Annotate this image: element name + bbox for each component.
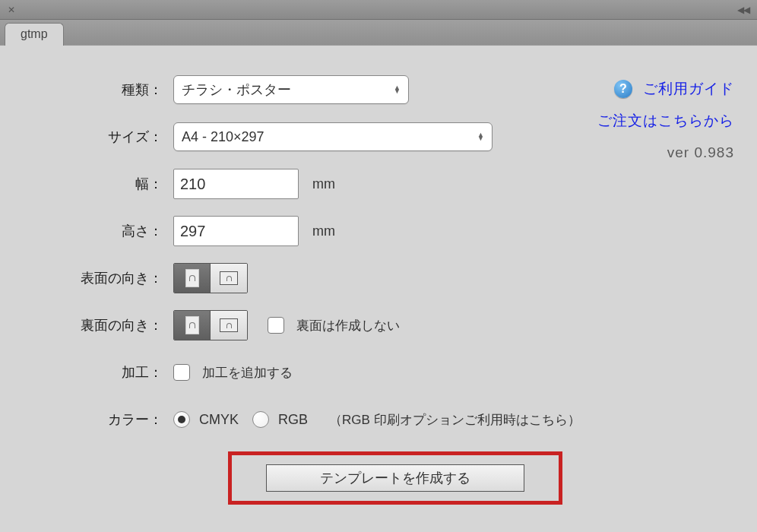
- height-unit: mm: [312, 223, 335, 239]
- create-template-button[interactable]: テンプレートを作成する: [266, 464, 524, 492]
- width-unit: mm: [312, 176, 335, 192]
- landscape-icon: [220, 271, 238, 285]
- back-orientation-group: [173, 310, 248, 340]
- process-label: 加工：: [0, 363, 166, 382]
- create-highlight-frame: テンプレートを作成する: [228, 451, 562, 505]
- front-portrait-button[interactable]: [174, 264, 211, 293]
- color-rgb-radio[interactable]: [252, 411, 269, 428]
- front-orientation-group: [173, 263, 248, 293]
- close-icon[interactable]: ✕: [5, 3, 18, 17]
- add-process-checkbox[interactable]: [173, 364, 190, 381]
- height-label: 高さ：: [0, 222, 166, 240]
- color-cmyk-radio[interactable]: [173, 411, 190, 428]
- color-label: カラー：: [0, 410, 166, 429]
- tab-gtmp[interactable]: gtmp: [5, 23, 64, 46]
- width-input[interactable]: [173, 169, 299, 199]
- help-icon[interactable]: ?: [614, 80, 632, 98]
- portrait-icon: [185, 269, 199, 287]
- help-area: ? ご利用ガイド ご注文はこちらから ver 0.983: [597, 73, 734, 168]
- usage-guide-link[interactable]: ご利用ガイド: [643, 73, 734, 105]
- portrait-icon: [185, 316, 199, 334]
- no-back-label: 裏面は作成しない: [296, 317, 400, 334]
- back-orientation-label: 裏面の向き：: [0, 316, 166, 334]
- back-portrait-button[interactable]: [174, 311, 211, 340]
- chevron-updown-icon: ▲▼: [394, 86, 401, 93]
- order-link[interactable]: ご注文はこちらから: [597, 112, 734, 128]
- type-label: 種類：: [0, 81, 166, 99]
- rgb-note: （RGB 印刷オプションご利用時はこちら）: [329, 411, 581, 429]
- collapse-icon[interactable]: ◀◀: [734, 3, 752, 17]
- size-label: サイズ：: [0, 128, 166, 146]
- type-select[interactable]: チラシ・ポスター ▲▼: [173, 75, 409, 104]
- settings-panel: ? ご利用ガイド ご注文はこちらから ver 0.983 種類： チラシ・ポスタ…: [0, 46, 757, 532]
- add-process-label: 加工を追加する: [202, 364, 293, 382]
- landscape-icon: [220, 318, 238, 332]
- chevron-updown-icon: ▲▼: [477, 133, 484, 141]
- front-landscape-button[interactable]: [211, 264, 247, 293]
- size-select-value: A4 - 210×297: [182, 129, 264, 145]
- front-orientation-label: 表面の向き：: [0, 269, 166, 287]
- tab-bar: gtmp: [0, 20, 757, 46]
- version-text: ver 0.983: [667, 144, 734, 160]
- size-select[interactable]: A4 - 210×297 ▲▼: [173, 122, 493, 151]
- color-cmyk-label: CMYK: [199, 412, 239, 428]
- no-back-checkbox[interactable]: [268, 317, 284, 334]
- width-label: 幅：: [0, 175, 166, 193]
- panel-titlebar: ✕ ◀◀: [0, 0, 757, 20]
- back-landscape-button[interactable]: [211, 311, 247, 340]
- color-rgb-label: RGB: [278, 412, 308, 428]
- type-select-value: チラシ・ポスター: [182, 81, 291, 99]
- height-input[interactable]: [173, 216, 299, 246]
